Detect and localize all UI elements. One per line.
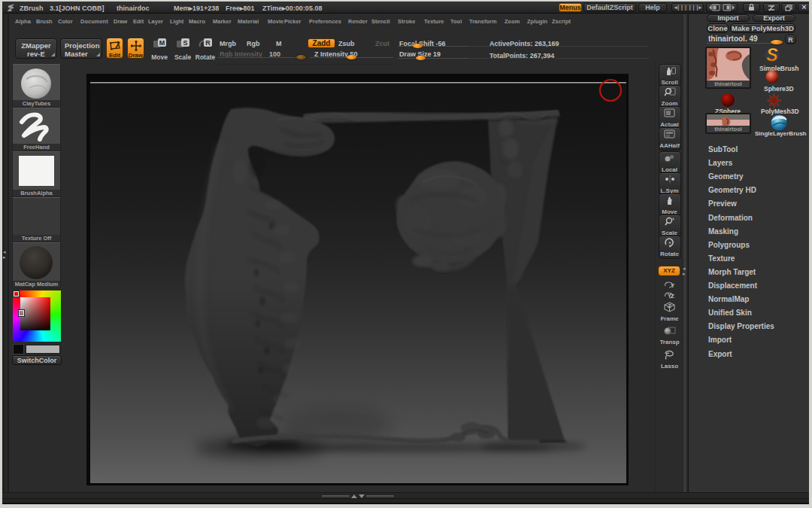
right-shelf-scale-button[interactable]: Scale — [657, 214, 682, 238]
right-shelf-l-sym-button[interactable]: L.Sym — [657, 172, 682, 196]
right-shelf-transp-button[interactable]: Transp — [657, 325, 682, 345]
tool-section-import[interactable]: Import — [689, 333, 809, 346]
menu-item-zscript[interactable]: Zscript — [552, 18, 571, 25]
projection-master-button[interactable]: Projection Master — [60, 38, 102, 59]
tool-section-geometry-hd[interactable]: Geometry HD — [689, 184, 809, 196]
tray-open-icon[interactable] — [351, 494, 357, 498]
menu-item-movie[interactable]: Movie — [268, 18, 283, 25]
sidebar-slot-matcap-medium[interactable]: MatCap Medium — [12, 242, 61, 288]
edit-button[interactable]: Edit — [106, 38, 123, 59]
lock-button[interactable] — [743, 3, 760, 12]
right-shelf-aahalf-button[interactable]: AAHalf — [657, 127, 682, 151]
z-intensity-handle[interactable] — [347, 55, 356, 59]
active-tool-thumbnail[interactable]: thinairtool — [705, 47, 751, 89]
menu-item-color[interactable]: Color — [58, 18, 73, 25]
close-button[interactable]: × — [798, 3, 809, 12]
left-tray-divider[interactable]: ◂▸ — [2, 14, 9, 492]
scale-button[interactable]: S Scale — [171, 38, 194, 61]
right-shelf-scroll-button[interactable]: Scroll — [657, 64, 682, 87]
sidebar-slot-texture-off[interactable]: Texture Off — [12, 197, 61, 242]
tool-section-normalmap[interactable]: NormalMap — [689, 293, 809, 306]
menus-button[interactable]: Menus — [559, 3, 582, 12]
menu-item-zoom[interactable]: Zoom — [504, 18, 520, 25]
thinairtool2-thumbnail[interactable]: thinairtool — [705, 113, 751, 134]
color-picker-sv-selector[interactable] — [19, 310, 24, 316]
right-shelf-frame-button[interactable]: Frame — [657, 302, 682, 322]
rotate-button[interactable]: R Rotate — [194, 38, 217, 61]
tool-name-slider-handle[interactable] — [771, 40, 783, 44]
singlelayerbrush-icon[interactable] — [770, 113, 788, 131]
menu-item-zplugin[interactable]: Zplugin — [527, 18, 547, 25]
main-color-swatch[interactable] — [13, 344, 24, 354]
menu-item-document[interactable]: Document — [80, 18, 108, 25]
right-shelf-actual-button[interactable]: Actual — [657, 106, 682, 129]
tool-section-geometry[interactable]: Geometry — [689, 170, 809, 183]
minimize-button[interactable] — [763, 3, 780, 12]
polymesh3d-icon[interactable] — [767, 93, 781, 108]
menu-item-brush[interactable]: Brush — [36, 18, 53, 25]
document-canvas[interactable] — [86, 74, 629, 485]
menu-item-texture[interactable]: Texture — [424, 18, 444, 25]
tool-section-preview[interactable]: Preview — [689, 197, 809, 210]
color-picker-hue-selector[interactable] — [14, 291, 19, 297]
tool-section-polygroups[interactable]: Polygroups — [689, 239, 809, 251]
tool-section-displacement[interactable]: Displacement — [689, 279, 809, 292]
rgb-intensity-slider[interactable] — [218, 57, 305, 58]
import-button[interactable]: Import — [707, 14, 750, 22]
mrgb-toggle[interactable]: Mrgb — [220, 40, 236, 47]
tool-section-masking[interactable]: Masking — [689, 225, 809, 238]
menu-item-transform[interactable]: Transform — [469, 18, 497, 25]
bottom-tray-divider[interactable] — [2, 492, 809, 499]
palette-view-buttons[interactable] — [706, 3, 738, 12]
simplebrush-icon[interactable]: S — [761, 46, 783, 64]
color-picker-sv-square[interactable] — [20, 297, 50, 330]
right-shelf-move-button[interactable]: Move — [657, 193, 682, 217]
move-button[interactable]: M Move — [148, 38, 171, 61]
tool-section-display-properties[interactable]: Display Properties — [689, 320, 809, 333]
r-button[interactable]: R — [785, 35, 796, 44]
zsphere-icon[interactable] — [720, 93, 735, 108]
tool-section-morph-target[interactable]: Morph Target — [689, 266, 809, 278]
menu-item-edit[interactable]: Edit — [133, 18, 144, 25]
menu-item-light[interactable]: Light — [170, 18, 183, 25]
right-shelf-lasso-button[interactable]: Lasso — [657, 349, 682, 370]
tool-name-slider-label[interactable]: thinairtool. 49 — [708, 35, 758, 43]
right-shelf-local-button[interactable]: Local — [657, 151, 682, 175]
rgb-intensity-handle[interactable] — [296, 55, 306, 59]
tool-section-deformation[interactable]: Deformation — [689, 211, 809, 224]
menu-item-stroke[interactable]: Stroke — [398, 18, 415, 25]
sidebar-slot-brushalpha[interactable]: BrushAlpha — [12, 151, 61, 197]
export-button[interactable]: Export — [753, 14, 795, 22]
right-shelf-zoom-button[interactable]: Zoom — [657, 85, 682, 108]
make-polymesh3d-button[interactable]: Make PolyMesh3D — [730, 23, 795, 33]
draw-button[interactable]: Draw — [127, 38, 144, 59]
right-shelf-rotate-button[interactable]: Rotate — [657, 236, 682, 259]
menu-item-preferences[interactable]: Preferences — [309, 18, 341, 25]
restore-button[interactable] — [781, 3, 796, 12]
zmapper-button[interactable]: ZMapper rev-E — [15, 38, 57, 59]
tray-close-icon[interactable] — [359, 494, 365, 498]
menu-item-tool[interactable]: Tool — [450, 18, 462, 25]
tool-name-slider-track[interactable] — [707, 43, 780, 44]
menu-item-stencil[interactable]: Stencil — [371, 18, 390, 25]
default-zscript-button[interactable]: DefaultZScript — [583, 3, 636, 12]
zadd-button[interactable]: Zadd — [308, 38, 335, 48]
right-shelf-xyz-button[interactable]: XYZ — [658, 266, 680, 276]
menu-item-material[interactable]: Material — [238, 18, 259, 25]
focal-shift-handle[interactable] — [413, 44, 423, 48]
switch-color-button[interactable]: SwitchColor — [12, 355, 62, 365]
zcut-toggle[interactable]: Zcut — [375, 40, 389, 47]
menu-item-render[interactable]: Render — [348, 18, 368, 25]
menu-item-alpha[interactable]: Alpha — [15, 18, 31, 25]
sidebar-slot-claytubes[interactable]: ClayTubes — [12, 64, 61, 108]
tool-section-layers[interactable]: Layers — [689, 157, 809, 169]
menu-item-macro[interactable]: Macro — [189, 18, 205, 25]
tool-section-export[interactable]: Export — [689, 348, 809, 360]
help-button[interactable]: Help — [638, 3, 667, 12]
menu-item-draw[interactable]: Draw — [114, 18, 127, 25]
color-picker[interactable] — [13, 291, 61, 342]
draw-size-handle[interactable] — [416, 56, 426, 60]
tool-section-unified-skin[interactable]: Unified Skin — [689, 306, 809, 319]
right-tray-divider[interactable]: ◂▸ — [682, 14, 688, 492]
rgb-toggle[interactable]: Rgb — [247, 40, 260, 47]
